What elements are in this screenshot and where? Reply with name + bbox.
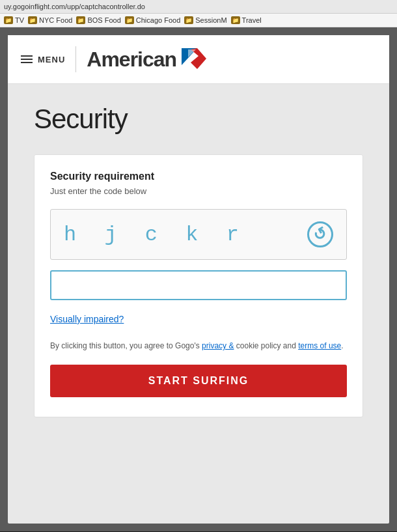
- bookmarks-bar: 📁 TV 📁 NYC Food 📁 BOS Food 📁 Chicago Foo…: [0, 14, 397, 27]
- section-heading: Security requirement: [50, 171, 347, 182]
- legal-and: and: [281, 341, 299, 350]
- section-subtext: Just enter the code below: [50, 186, 347, 196]
- bookmark-bos-label: BOS Food: [87, 16, 120, 24]
- url-text: uy.gogoinflight.com/upp/captchacontrolle…: [4, 3, 145, 10]
- captcha-display-box: h j c k r ↺: [50, 209, 347, 260]
- bookmark-travel-label: Travel: [242, 16, 262, 24]
- logo-text: American: [87, 48, 176, 72]
- menu-label: MENU: [38, 55, 65, 64]
- refresh-icon: ↺: [310, 223, 330, 245]
- bookmark-sessionm[interactable]: 📁 SessionM: [184, 16, 226, 24]
- visually-impaired-link[interactable]: Visually impaired?: [50, 314, 124, 324]
- menu-button[interactable]: MENU: [21, 55, 65, 64]
- logo-area: American: [87, 44, 209, 74]
- start-surfing-button[interactable]: START SURFING: [50, 365, 347, 397]
- page-wrapper: MENU American Security Security r: [0, 27, 397, 531]
- bookmark-travel[interactable]: 📁 Travel: [231, 16, 262, 24]
- legal-suffix: .: [341, 341, 343, 350]
- folder-icon-chicago: 📁: [125, 16, 134, 24]
- captcha-text: h j c k r: [64, 223, 247, 247]
- hamburger-icon: [21, 55, 33, 63]
- captcha-input-wrap[interactable]: [50, 270, 347, 300]
- bookmark-nyc-food[interactable]: 📁 NYC Food: [28, 16, 72, 24]
- folder-icon-nyc: 📁: [28, 16, 37, 24]
- page-content: MENU American Security Security r: [8, 35, 389, 524]
- folder-icon-travel: 📁: [231, 16, 240, 24]
- legal-middle: cookie policy: [234, 341, 281, 350]
- legal-prefix: By clicking this button, you agree to Go…: [50, 341, 202, 350]
- bookmark-nyc-label: NYC Food: [39, 16, 72, 24]
- bookmark-chicago-food[interactable]: 📁 Chicago Food: [125, 16, 181, 24]
- refresh-captcha-button[interactable]: ↺: [307, 221, 333, 247]
- security-card: Security requirement Just enter the code…: [34, 154, 363, 417]
- bookmark-bos-food[interactable]: 📁 BOS Food: [76, 16, 120, 24]
- bookmark-tv[interactable]: 📁 TV: [4, 16, 24, 24]
- aa-tail-logo: [179, 44, 209, 74]
- main-content: Security Security requirement Just enter…: [8, 84, 389, 437]
- privacy-link[interactable]: privacy &: [202, 341, 234, 350]
- legal-text: By clicking this button, you agree to Go…: [50, 340, 347, 352]
- bookmark-sessionm-label: SessionM: [195, 16, 226, 24]
- bookmark-tv-label: TV: [15, 16, 24, 24]
- folder-icon-sessionm: 📁: [184, 16, 193, 24]
- terms-link[interactable]: terms of use: [298, 341, 341, 350]
- folder-icon-bos: 📁: [76, 16, 85, 24]
- site-header: MENU American: [8, 35, 389, 84]
- bookmark-chicago-label: Chicago Food: [136, 16, 181, 24]
- browser-url-bar: uy.gogoinflight.com/upp/captchacontrolle…: [0, 0, 397, 14]
- folder-icon-tv: 📁: [4, 16, 13, 24]
- captcha-input[interactable]: [62, 279, 335, 291]
- page-title: Security: [34, 104, 363, 135]
- header-divider: [75, 46, 76, 72]
